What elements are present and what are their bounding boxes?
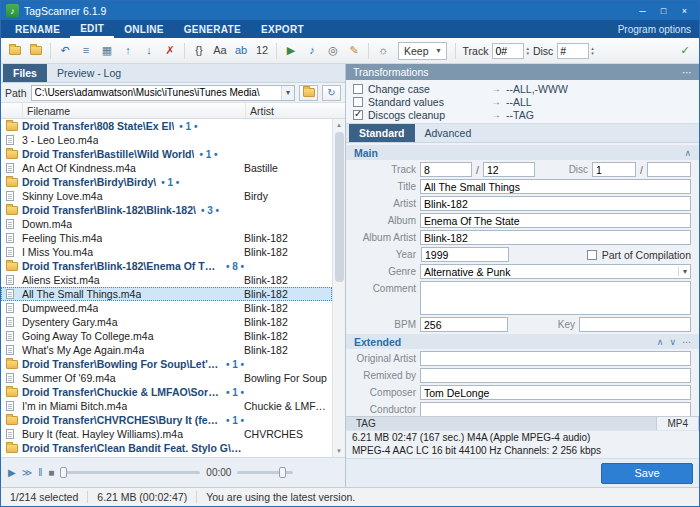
undo-button[interactable]: ↶ xyxy=(55,41,75,61)
composer-field[interactable] xyxy=(420,385,691,400)
close-button[interactable]: × xyxy=(675,3,694,18)
change-case-button[interactable]: Aa xyxy=(210,41,230,61)
section-main[interactable]: Main ∧ xyxy=(346,145,699,160)
file-row[interactable]: Skinny Love.m4aBirdy xyxy=(1,189,332,203)
file-row[interactable]: All The Small Things.m4aBlink-182 xyxy=(1,287,332,301)
tab-tag[interactable]: TAG xyxy=(346,417,386,430)
file-row[interactable]: I Miss You.m4aBlink-182 xyxy=(1,245,332,259)
vertical-scrollbar[interactable]: ▲ ▼ xyxy=(332,119,345,457)
file-row[interactable]: Down.m4a xyxy=(1,217,332,231)
minimize-button[interactable]: ─ xyxy=(633,3,652,18)
move-down-button[interactable]: ↓ xyxy=(139,41,159,61)
tab-advanced[interactable]: Advanced xyxy=(415,124,482,142)
seek-slider[interactable] xyxy=(60,471,200,474)
stop-button[interactable]: ■ xyxy=(48,468,54,478)
year-field[interactable] xyxy=(421,247,509,262)
transformation-checkbox[interactable] xyxy=(353,97,363,107)
folder-row[interactable]: Droid Transfer\808 State\Ex El\• 1 • xyxy=(1,119,332,133)
folder-row[interactable]: Droid Transfer\CHVRCHES\Bury It (feat. H… xyxy=(1,413,332,427)
menu-item-rename[interactable]: RENAME xyxy=(5,20,70,38)
menu-item-online[interactable]: ONLINE xyxy=(114,20,174,38)
tab-standard[interactable]: Standard xyxy=(349,124,415,142)
conductor-field[interactable] xyxy=(420,402,691,416)
collapse-icon[interactable]: ∧ xyxy=(684,148,691,158)
file-row[interactable]: Dysentery Gary.m4aBlink-182 xyxy=(1,315,332,329)
key-field[interactable] xyxy=(579,317,691,332)
transformation-checkbox[interactable] xyxy=(353,84,363,94)
menu-item-edit[interactable]: EDIT xyxy=(70,20,114,38)
more-options-icon[interactable]: ⋯ xyxy=(682,337,691,347)
disc-mask-field[interactable] xyxy=(557,43,589,59)
edit-tag-button[interactable]: ✎ xyxy=(344,41,364,61)
replace-text-button[interactable]: ab xyxy=(231,41,251,61)
track-total-field[interactable] xyxy=(483,162,535,177)
artist-column-header[interactable]: Artist xyxy=(246,105,345,117)
tab-files[interactable]: Files xyxy=(3,64,47,82)
disc-field[interactable] xyxy=(592,162,636,177)
remixed-by-field[interactable] xyxy=(420,368,691,383)
filename-column-header[interactable]: Filename xyxy=(23,103,246,118)
volume-thumb[interactable] xyxy=(279,467,286,478)
keep-dropdown[interactable]: Keep ▾ xyxy=(398,42,447,60)
chevron-down-icon[interactable]: ▾ xyxy=(281,86,294,100)
view-list-button[interactable]: ≡ xyxy=(76,41,96,61)
scroll-down-icon[interactable]: ∨ xyxy=(669,337,676,347)
volume-slider[interactable] xyxy=(237,471,293,474)
fast-forward-button[interactable]: ≫ xyxy=(22,468,32,478)
music-note-button[interactable]: ♪ xyxy=(302,41,322,61)
refresh-button[interactable]: ↻ xyxy=(322,85,341,101)
folder-row[interactable]: Droid Transfer\Chuckie & LMFAO\Sorry For… xyxy=(1,385,332,399)
transformation-checkbox[interactable] xyxy=(353,110,363,120)
folder-row[interactable]: Droid Transfer\Bastille\Wild World\• 1 • xyxy=(1,147,332,161)
album-field[interactable] xyxy=(420,213,691,228)
scroll-up-icon[interactable]: ∧ xyxy=(657,337,664,347)
settings-button[interactable]: ☼ xyxy=(373,41,393,61)
file-row[interactable]: 3 - Leo Leo.m4a xyxy=(1,133,332,147)
menu-item-generate[interactable]: GENERATE xyxy=(174,20,251,38)
save-button[interactable]: Save xyxy=(601,463,693,484)
spinner-icon[interactable]: ▴▾ xyxy=(591,46,594,56)
disc-button[interactable]: ◎ xyxy=(323,41,343,61)
title-field[interactable] xyxy=(420,179,691,194)
remove-file-button[interactable]: ✗ xyxy=(160,41,180,61)
browse-folder-button[interactable] xyxy=(299,85,318,101)
add-folder-button[interactable] xyxy=(5,41,25,61)
file-row[interactable]: An Act Of Kindness.m4aBastille xyxy=(1,161,332,175)
section-extended[interactable]: Extended ∧ ∨ ⋯ xyxy=(346,334,699,349)
track-field[interactable] xyxy=(420,162,472,177)
file-row[interactable]: Feeling This.m4aBlink-182 xyxy=(1,231,332,245)
path-input[interactable] xyxy=(32,87,281,98)
genre-select[interactable]: Alternative & Punk ▾ xyxy=(420,264,691,279)
file-row[interactable]: Dumpweed.m4aBlink-182 xyxy=(1,301,332,315)
folder-row[interactable]: Droid Transfer\Blink-182\Blink-182\• 3 • xyxy=(1,203,332,217)
play-button[interactable]: ▶ xyxy=(8,468,16,478)
spinner-icon[interactable]: ▴▾ xyxy=(526,46,529,56)
menu-item-export[interactable]: EXPORT xyxy=(251,20,314,38)
pause-button[interactable]: ‖ xyxy=(38,468,42,478)
file-row[interactable]: Going Away To College.m4aBlink-182 xyxy=(1,329,332,343)
maximize-button[interactable]: □ xyxy=(654,3,673,18)
file-row[interactable]: What's My Age Again.m4aBlink-182 xyxy=(1,343,332,357)
apply-button[interactable]: ✓ xyxy=(675,41,695,61)
file-row[interactable]: Aliens Exist.m4aBlink-182 xyxy=(1,273,332,287)
file-row[interactable]: I'm in Miami Bitch.m4aChuckie & LMFAO xyxy=(1,399,332,413)
bpm-field[interactable] xyxy=(420,317,508,332)
file-row[interactable]: Summer Of '69.m4aBowling For Soup xyxy=(1,371,332,385)
album-artist-field[interactable] xyxy=(420,230,691,245)
artist-field[interactable] xyxy=(420,196,691,211)
seek-thumb[interactable] xyxy=(60,467,67,478)
view-columns-button[interactable]: ▦ xyxy=(97,41,117,61)
more-options-icon[interactable]: ⋯ xyxy=(682,67,692,78)
track-mask-field[interactable] xyxy=(492,43,524,59)
tab-mp4[interactable]: MP4 xyxy=(656,417,699,430)
compilation-checkbox[interactable] xyxy=(587,250,597,260)
program-options-menu[interactable]: Program options xyxy=(618,20,695,38)
open-folders-button[interactable] xyxy=(26,41,46,61)
insert-number-button[interactable]: 12 xyxy=(252,41,272,61)
scroll-down-icon[interactable]: ▼ xyxy=(333,445,345,457)
path-combobox[interactable]: ▾ xyxy=(31,85,295,101)
move-up-button[interactable]: ↑ xyxy=(118,41,138,61)
brackets-button[interactable]: {} xyxy=(189,41,209,61)
comment-field[interactable] xyxy=(420,281,691,315)
icon-column-header[interactable] xyxy=(1,103,23,118)
